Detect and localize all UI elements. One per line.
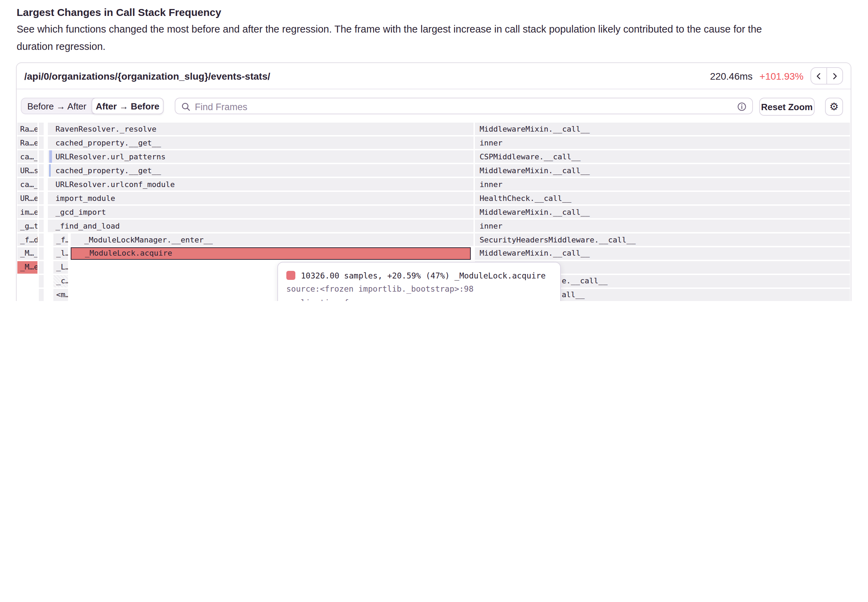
search-match-marker (49, 150, 52, 163)
flame-frame[interactable] (38, 192, 43, 204)
endpoint-header: /api/0/organizations/{organization_slug}… (17, 63, 851, 89)
info-icon[interactable] (737, 101, 747, 111)
flame-frame[interactable] (38, 233, 43, 246)
flame-frame[interactable]: _f…d (53, 233, 68, 246)
flame-frame[interactable]: URLResolver.urlconf_module (48, 178, 474, 190)
chevron-left-icon (815, 72, 823, 80)
flame-frame[interactable]: Ra…e (17, 123, 37, 135)
find-frames-search (175, 98, 753, 114)
flame-frame[interactable] (38, 275, 43, 287)
flame-frame[interactable]: _find_and_load (48, 220, 474, 232)
flame-frame[interactable] (38, 289, 43, 301)
flame-frame[interactable]: _c…d (53, 275, 68, 287)
flame-frame[interactable]: _f…d (17, 233, 37, 246)
toggle-after-before[interactable]: After → Before (91, 98, 164, 114)
duration-value: 220.46ms (710, 70, 753, 81)
flame-frame[interactable] (38, 150, 43, 163)
flame-frame[interactable]: MiddlewareMixin.__call__ (475, 164, 850, 177)
endpoint-pager (811, 67, 843, 84)
flame-frame[interactable]: _ModuleLockManager.__enter__ (70, 233, 474, 246)
flame-frame[interactable] (38, 123, 43, 135)
endpoint-path: /api/0/organizations/{organization_slug}… (24, 70, 270, 81)
flame-frame[interactable]: _g…t (17, 220, 37, 232)
flame-frame[interactable]: import_module (48, 192, 474, 204)
flame-frame[interactable] (38, 137, 43, 149)
flame-frame[interactable]: CSPMiddleware.__call__ (475, 150, 850, 163)
search-input[interactable] (194, 98, 730, 115)
flame-frame[interactable]: MiddlewareMixin.__call__ (475, 247, 850, 260)
flame-frame[interactable]: RavenResolver._resolve (48, 123, 474, 135)
profiling-regression-page: Largest Changes in Call Stack Frequency … (0, 0, 868, 301)
page-title: Largest Changes in Call Stack Frequency (17, 6, 221, 18)
gear-icon: ⚙ (830, 100, 839, 113)
chevron-right-icon (831, 72, 839, 80)
flame-frame[interactable]: _M…e (17, 261, 37, 273)
next-endpoint-button[interactable] (826, 67, 843, 84)
flame-frame[interactable]: _L…e (53, 261, 68, 273)
search-match-marker (49, 164, 50, 177)
flame-frame[interactable] (38, 220, 43, 232)
flame-frame[interactable]: ca…_ (17, 150, 37, 163)
flame-frame[interactable]: SecurityHeadersMiddleware.__call__ (475, 233, 850, 246)
flame-frame[interactable]: inner (475, 137, 850, 149)
flame-frame-selected[interactable]: _ModuleLock.acquire (70, 247, 470, 260)
flame-frame[interactable]: inner (475, 178, 850, 190)
search-icon (181, 101, 191, 111)
flame-frame[interactable] (38, 178, 43, 190)
flame-frame[interactable]: _M…_ (17, 247, 37, 260)
tooltip-color-swatch (286, 271, 295, 280)
flame-frame[interactable]: im…e (17, 206, 37, 218)
flame-frame[interactable]: UR…e (17, 192, 37, 204)
flame-frame[interactable] (38, 261, 43, 273)
flame-frame[interactable]: cached_property.__get__ (48, 137, 474, 149)
flame-frame[interactable] (38, 164, 43, 177)
flame-frame[interactable]: _l…d (53, 247, 68, 260)
reset-zoom-button[interactable]: Reset Zoom (759, 98, 815, 116)
flame-frame[interactable]: _gcd_import (48, 206, 474, 218)
tooltip-frame-type-line: application frame (286, 296, 552, 301)
flame-frame[interactable]: <m…> (53, 289, 68, 301)
flame-frame[interactable]: HealthCheck.__call__ (475, 192, 850, 204)
flame-frame[interactable]: Ra…e (17, 137, 37, 149)
flame-frame[interactable]: cached_property.__get__ (48, 164, 474, 177)
flame-frame[interactable]: URLResolver.url_patterns (48, 150, 474, 163)
flame-frame[interactable] (38, 206, 43, 218)
flame-frame[interactable]: MiddlewareMixin.__call__ (475, 123, 850, 135)
tooltip-samples-line: 10326.00 samples, +20.59% (47%) _ModuleL… (301, 271, 546, 281)
prev-endpoint-button[interactable] (811, 67, 827, 84)
frame-tooltip: 10326.00 samples, +20.59% (47%) _ModuleL… (277, 262, 561, 301)
flame-frame[interactable] (38, 247, 43, 260)
page-description: See which functions changed the most bef… (17, 21, 800, 55)
direction-toggle: Before → After After → Before (21, 98, 164, 114)
tooltip-source-line: source:<frozen importlib._bootstrap>:98 (286, 282, 552, 296)
flame-frame[interactable]: MiddlewareMixin.__call__ (475, 206, 850, 218)
flame-frame[interactable]: inner (475, 220, 850, 232)
settings-button[interactable]: ⚙ (825, 98, 843, 116)
flame-frame[interactable]: ca…_ (17, 178, 37, 190)
toggle-before-after[interactable]: Before → After (22, 98, 92, 114)
flame-frame[interactable]: UR…s (17, 164, 37, 177)
regression-change-badge: +101.93% (759, 70, 803, 81)
